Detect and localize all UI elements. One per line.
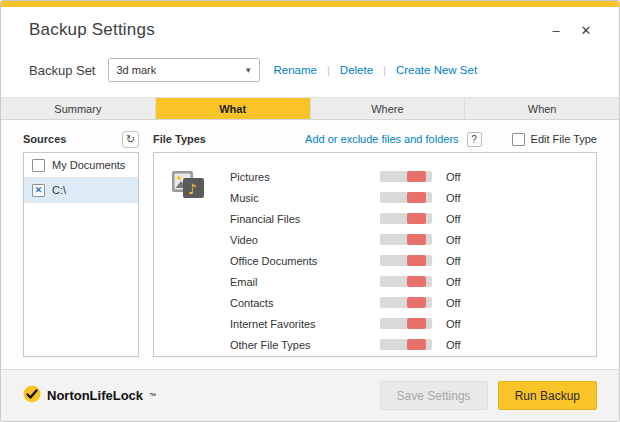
file-type-state: Off	[446, 234, 460, 246]
delete-link[interactable]: Delete	[340, 64, 373, 76]
file-type-state: Off	[446, 192, 460, 204]
file-type-label: Financial Files	[230, 213, 380, 225]
refresh-icon[interactable]: ↻	[122, 131, 139, 148]
backup-set-row: Backup Set 3d mark ▾ Rename | Delete | C…	[1, 49, 619, 97]
file-type-label: Music	[230, 192, 380, 204]
brand-name: NortonLifeLock	[47, 388, 143, 403]
edit-file-type-control: Edit File Type	[512, 133, 597, 146]
file-type-toggle[interactable]	[380, 255, 432, 266]
brand: NortonLifeLock ™	[23, 385, 156, 407]
file-type-toggle[interactable]	[380, 339, 432, 350]
backup-set-dropdown[interactable]: 3d mark ▾	[108, 58, 260, 82]
svg-text:♪: ♪	[188, 181, 197, 197]
file-type-row: Internet Favorites Off	[230, 313, 580, 334]
toggle-thumb	[407, 318, 426, 329]
file-type-label: Email	[230, 276, 380, 288]
tab-summary[interactable]: Summary	[1, 98, 156, 119]
file-type-rows: Pictures Off Music Off	[230, 166, 580, 356]
file-type-row: Pictures Off	[230, 166, 580, 187]
file-type-label: Other File Types	[230, 339, 380, 351]
edit-file-type-label: Edit File Type	[531, 133, 597, 145]
file-type-toggle[interactable]	[380, 213, 432, 224]
toggle-thumb	[407, 255, 426, 266]
rename-link[interactable]: Rename	[274, 64, 317, 76]
add-exclude-files-link[interactable]: Add or exclude files and folders	[305, 133, 458, 145]
source-item-label: C:\	[52, 184, 66, 196]
create-new-set-link[interactable]: Create New Set	[396, 64, 477, 76]
separator: |	[383, 64, 386, 76]
tab-bar: Summary What Where When	[1, 97, 619, 120]
toggle-thumb	[407, 339, 426, 350]
file-type-label: Contacts	[230, 297, 380, 309]
file-type-toggle[interactable]	[380, 171, 432, 182]
file-type-state: Off	[446, 297, 460, 309]
file-type-state: Off	[446, 213, 460, 225]
titlebar: Backup Settings – ✕	[1, 7, 619, 49]
file-type-state: Off	[446, 339, 460, 351]
source-item-my-documents[interactable]: My Documents	[24, 153, 138, 178]
file-type-row: Financial Files Off	[230, 208, 580, 229]
toggle-thumb	[407, 234, 426, 245]
file-type-state: Off	[446, 171, 460, 183]
file-type-toggle[interactable]	[380, 192, 432, 203]
file-type-label: Internet Favorites	[230, 318, 380, 330]
chevron-down-icon: ▾	[246, 65, 251, 75]
file-type-row: Video Off	[230, 229, 580, 250]
media-files-icon: ♪	[170, 188, 206, 205]
toggle-thumb	[407, 276, 426, 287]
file-types-box: ♪ Pictures Off	[153, 152, 597, 357]
file-type-label: Video	[230, 234, 380, 246]
sources-header: Sources ↻	[23, 128, 139, 150]
my-documents-checkbox[interactable]	[32, 159, 45, 172]
c-drive-checkbox[interactable]: ✕	[32, 184, 45, 197]
sources-title: Sources	[23, 133, 66, 145]
file-type-state: Off	[446, 276, 460, 288]
file-type-row: Other File Types Off	[230, 334, 580, 355]
window-controls: – ✕	[543, 18, 599, 42]
file-type-state: Off	[446, 255, 460, 267]
minimize-button[interactable]: –	[543, 18, 569, 42]
page-title: Backup Settings	[29, 20, 155, 40]
save-settings-button[interactable]: Save Settings	[380, 381, 488, 410]
close-button[interactable]: ✕	[573, 18, 599, 42]
tab-where[interactable]: Where	[311, 98, 466, 119]
footer-bar: NortonLifeLock ™ Save Settings Run Backu…	[1, 369, 619, 421]
separator: |	[327, 64, 330, 76]
sources-list: My Documents ✕ C:\	[23, 152, 139, 357]
file-type-row: Contacts Off	[230, 292, 580, 313]
tab-when[interactable]: When	[465, 98, 619, 119]
file-types-header: File Types Add or exclude files and fold…	[153, 128, 597, 150]
file-type-label: Pictures	[230, 171, 380, 183]
file-types-panel: File Types Add or exclude files and fold…	[153, 128, 597, 357]
source-item-label: My Documents	[52, 159, 125, 171]
nortonlifelock-logo-icon	[23, 385, 41, 407]
file-type-row: Office Documents Off	[230, 250, 580, 271]
backup-set-selected-value: 3d mark	[117, 64, 157, 76]
sources-panel: Sources ↻ My Documents ✕ C:\	[23, 128, 139, 357]
file-type-toggle[interactable]	[380, 297, 432, 308]
file-types-icon-column: ♪	[170, 166, 230, 356]
file-types-title: File Types	[153, 133, 206, 145]
file-type-toggle[interactable]	[380, 318, 432, 329]
edit-file-type-checkbox[interactable]	[512, 133, 525, 146]
content-area: Sources ↻ My Documents ✕ C:\ File Types …	[1, 120, 619, 369]
run-backup-button[interactable]: Run Backup	[498, 381, 597, 410]
file-type-label: Office Documents	[230, 255, 380, 267]
toggle-thumb	[407, 192, 426, 203]
toggle-thumb	[407, 297, 426, 308]
backup-set-actions: Rename | Delete | Create New Set	[274, 64, 478, 76]
file-type-toggle[interactable]	[380, 276, 432, 287]
backup-settings-window: Backup Settings – ✕ Backup Set 3d mark ▾…	[0, 0, 620, 422]
file-type-row: Email Off	[230, 271, 580, 292]
source-item-c-drive[interactable]: ✕ C:\	[24, 178, 138, 203]
tab-what[interactable]: What	[156, 98, 311, 119]
file-type-toggle[interactable]	[380, 234, 432, 245]
toggle-thumb	[407, 171, 426, 182]
trademark-symbol: ™	[149, 392, 156, 399]
toggle-thumb	[407, 213, 426, 224]
backup-set-label: Backup Set	[29, 63, 96, 78]
help-icon[interactable]: ?	[467, 132, 482, 147]
file-type-row: Music Off	[230, 187, 580, 208]
file-type-state: Off	[446, 318, 460, 330]
